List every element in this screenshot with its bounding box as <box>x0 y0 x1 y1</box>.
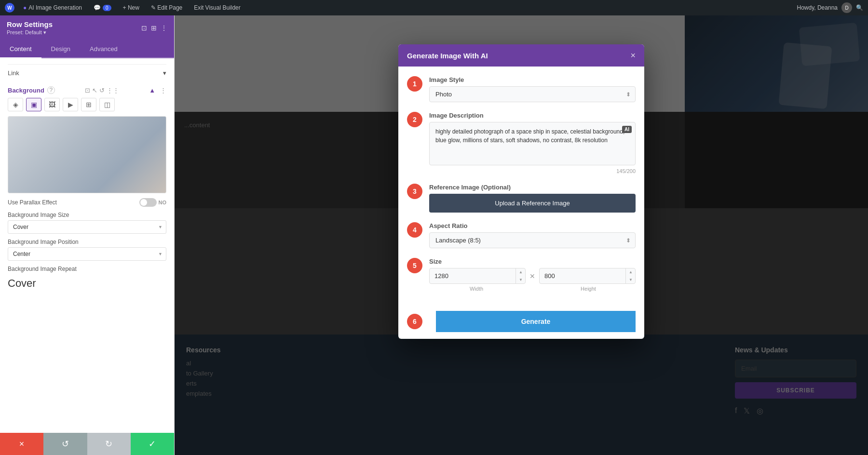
admin-greeting: Howdy, Deanna <box>797 4 838 11</box>
modal: Generate Image With AI × 1 Image Style <box>398 44 644 339</box>
step-2-content: Image Description highly detailed photog… <box>429 112 636 174</box>
size-labels: Width Height <box>429 286 636 292</box>
step-4-badge: 4 <box>407 222 422 238</box>
height-label: Height <box>541 286 636 292</box>
redo-button[interactable]: ↻ <box>87 433 131 455</box>
width-spinners: ▲ ▼ <box>515 268 526 284</box>
step-5-content: Size 1280 ▲ ▼ ✕ <box>429 258 636 292</box>
step-1-label: Image Style <box>429 76 636 83</box>
more-bg-icon[interactable]: ⋮⋮ <box>107 87 119 94</box>
background-preview <box>8 116 166 193</box>
step-6-badge: 6 <box>407 314 422 329</box>
tab-design[interactable]: Design <box>41 40 80 58</box>
tab-content[interactable]: Content <box>0 40 41 58</box>
aspect-ratio-select[interactable]: Landscape (8:5) Portrait (5:8) Square (1… <box>429 232 636 248</box>
background-help-icon[interactable]: ? <box>47 86 55 94</box>
height-input[interactable]: 800 <box>539 268 636 284</box>
section-options-icon[interactable]: ⋮ <box>160 87 166 94</box>
responsive-icon[interactable]: ⊡ <box>141 24 147 32</box>
generate-button[interactable]: Generate <box>436 311 636 332</box>
step-2-row: 2 Image Description highly detailed phot… <box>407 112 636 174</box>
bg-image-position-select-wrap: Center Top Left Top Right <box>8 247 166 261</box>
background-label: Background <box>8 87 44 94</box>
bg-image-repeat-row: Background Image Repeat <box>8 266 166 272</box>
step-3-label: Reference Image (Optional) <box>429 184 636 191</box>
step-6-content: Generate <box>436 311 636 332</box>
step-1-content: Image Style Photo Painting Sketch 3D Ren… <box>429 76 636 102</box>
image-description-textarea[interactable]: highly detailed photograph of a space sh… <box>429 122 636 165</box>
panel-title: Row Settings <box>7 20 53 28</box>
bg-image-position-select[interactable]: Center Top Left Top Right <box>8 247 166 261</box>
device-responsive-icon[interactable]: ⊡ <box>85 87 90 94</box>
modal-header: Generate Image With AI × <box>398 44 644 67</box>
step-1-row: 1 Image Style Photo Painting Sketch 3D R… <box>407 76 636 102</box>
wordpress-logo-icon[interactable]: W <box>5 3 14 13</box>
search-icon[interactable]: 🔍 <box>856 4 863 11</box>
admin-bar-comments[interactable]: 💬 0 <box>91 0 114 15</box>
admin-bar-edit-page[interactable]: ✎ Edit Page <box>148 0 185 15</box>
bg-color-icon[interactable]: ◈ <box>8 98 23 111</box>
width-down-icon[interactable]: ▼ <box>515 276 526 284</box>
bg-image-size-select[interactable]: Cover Contain Auto <box>8 220 166 234</box>
width-input-wrap: 1280 ▲ ▼ <box>429 268 526 284</box>
undo-button[interactable]: ↺ <box>43 433 87 455</box>
bg-image-position-label: Background Image Position <box>8 239 166 245</box>
collapse-section-icon[interactable]: ▲ <box>149 87 155 94</box>
bg-type-icons: ◈ ▣ 🖼 ▶ ⊞ ◫ <box>8 98 166 111</box>
admin-bar-new[interactable]: + New <box>120 0 142 15</box>
bg-pattern-icon[interactable]: ⊞ <box>81 98 96 111</box>
panel-preset[interactable]: Preset: Default ▾ <box>7 29 53 36</box>
undo-reset-icon[interactable]: ↺ <box>99 87 105 94</box>
step-3-content: Reference Image (Optional) Upload a Refe… <box>429 184 636 213</box>
upload-reference-button[interactable]: Upload a Reference Image <box>429 194 636 213</box>
width-label: Width <box>429 286 524 292</box>
height-input-wrap: 800 ▲ ▼ <box>539 268 636 284</box>
background-header: Background ? ⊡ ↖ ↺ ⋮⋮ ▲ ⋮ <box>8 86 166 94</box>
bg-mask-icon[interactable]: ◫ <box>99 98 115 111</box>
parallax-track[interactable] <box>139 198 157 207</box>
left-panel: Row Settings Preset: Default ▾ ⊡ ⊞ ⋮ Con… <box>0 15 175 455</box>
modal-close-button[interactable]: × <box>630 51 636 60</box>
parallax-toggle[interactable]: NO <box>139 198 167 207</box>
modal-title: Generate Image With AI <box>407 52 488 60</box>
cancel-icon: × <box>19 439 25 449</box>
undo-icon: ↺ <box>62 439 69 449</box>
panel-content: Link ▾ Background ? ⊡ ↖ ↺ ⋮⋮ ▲ ⋮ ◈ <box>0 58 174 433</box>
bg-preview-image <box>8 117 166 193</box>
image-style-select[interactable]: Photo Painting Sketch 3D Render Digital … <box>429 86 636 102</box>
step-5-row: 5 Size 1280 ▲ ▼ <box>407 258 636 292</box>
step-4-content: Aspect Ratio Landscape (8:5) Portrait (5… <box>429 222 636 248</box>
step-4-label: Aspect Ratio <box>429 222 636 229</box>
bg-gradient-icon[interactable]: ▣ <box>26 98 41 111</box>
panel-header-icons: ⊡ ⊞ ⋮ <box>141 24 167 32</box>
admin-bar-left: W ● AI Image Generation 💬 0 + New ✎ Edit… <box>5 0 789 15</box>
image-style-select-wrap: Photo Painting Sketch 3D Render Digital … <box>429 86 636 102</box>
bg-video-icon[interactable]: ▶ <box>63 98 78 111</box>
cancel-button[interactable]: × <box>0 433 43 455</box>
tab-advanced[interactable]: Advanced <box>80 40 127 58</box>
bg-image-icon[interactable]: 🖼 <box>44 98 60 111</box>
comment-icon: 💬 <box>94 4 101 11</box>
height-down-icon[interactable]: ▼ <box>625 276 636 284</box>
step-4-row: 4 Aspect Ratio Landscape (8:5) Portrait … <box>407 222 636 248</box>
admin-bar-ai-generation[interactable]: ● AI Image Generation <box>20 0 85 15</box>
link-toggle[interactable]: Link ▾ <box>8 69 166 77</box>
modal-overlay: Generate Image With AI × 1 Image Style <box>175 15 868 455</box>
cursor-select-icon[interactable]: ↖ <box>92 87 97 94</box>
aspect-ratio-select-wrap: Landscape (8:5) Portrait (5:8) Square (1… <box>429 232 636 248</box>
height-up-icon[interactable]: ▲ <box>625 268 636 276</box>
panel-header: Row Settings Preset: Default ▾ ⊡ ⊞ ⋮ <box>0 15 174 40</box>
step-1-badge: 1 <box>407 76 422 92</box>
panel-tabs: Content Design Advanced <box>0 40 174 58</box>
save-button[interactable]: ✓ <box>131 433 174 455</box>
modal-body: 1 Image Style Photo Painting Sketch 3D R… <box>398 67 644 311</box>
main-content: Unlock Limitless "Photo Reslistic Image … <box>175 15 868 455</box>
more-options-icon[interactable]: ⋮ <box>161 24 167 32</box>
admin-bar-exit-builder[interactable]: Exit Visual Builder <box>191 0 244 15</box>
size-row: 1280 ▲ ▼ ✕ 800 <box>429 268 636 284</box>
layout-icon[interactable]: ⊞ <box>151 24 157 32</box>
bg-image-position-row: Background Image Position Center Top Lef… <box>8 239 166 261</box>
width-up-icon[interactable]: ▲ <box>515 268 526 276</box>
width-input[interactable]: 1280 <box>429 268 526 284</box>
parallax-value: NO <box>159 200 167 205</box>
